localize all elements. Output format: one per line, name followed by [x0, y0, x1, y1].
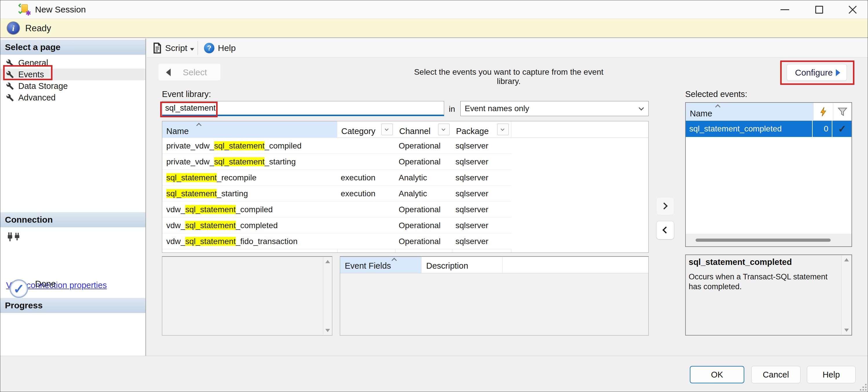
script-icon — [151, 42, 163, 54]
sidebar-item-label: Advanced — [18, 92, 56, 103]
remove-event-button[interactable] — [656, 221, 674, 239]
connect-icon — [7, 232, 22, 243]
help-button-footer[interactable]: Help — [807, 366, 856, 383]
progress-status: Done — [35, 279, 56, 289]
select-back-label: Select — [183, 64, 218, 81]
column-header-name[interactable]: Name — [162, 121, 337, 138]
selected-event-name: sql_statement_completed — [686, 121, 813, 137]
event-detail-empty-panel — [162, 256, 332, 335]
event-description-body: Occurs when a Transact-SQL statement has… — [689, 272, 839, 292]
selected-event-row[interactable]: sql_statement_completed 0 ✓ — [686, 121, 851, 137]
sidebar-item-events[interactable]: Events — [0, 69, 146, 80]
ok-button[interactable]: OK — [690, 366, 744, 383]
scrollbar-thumb[interactable] — [695, 238, 831, 242]
configure-button[interactable]: Configure — [786, 64, 847, 81]
column-header-actions[interactable] — [813, 103, 833, 121]
script-dropdown-arrow[interactable] — [190, 46, 194, 52]
filter-check-icon: ✓ — [833, 121, 851, 137]
forward-arrow-icon — [836, 69, 840, 76]
event-table-header: Name Category Channel Package — [162, 121, 648, 138]
selected-events-label: Selected events: — [685, 90, 747, 99]
column-header-channel[interactable]: Channel — [395, 121, 452, 138]
event-description-panel: sql_statement_completed Occurs when a Tr… — [685, 255, 852, 335]
package-filter-button[interactable] — [497, 124, 509, 135]
minimize-button[interactable] — [772, 1, 798, 18]
table-row[interactable]: vdw_sql_statement_completed Operational … — [162, 218, 648, 233]
instruction-text: Select the events you want to capture fr… — [403, 67, 615, 86]
progress-header: Progress — [0, 298, 146, 313]
resize-grip[interactable] — [859, 383, 867, 391]
connection-header: Connection — [0, 212, 146, 227]
new-session-dialog: ✱ New Session i Ready Select a page Gene… — [0, 0, 868, 392]
app-icon: ✱ — [20, 4, 30, 15]
highlighted-match: sql_statement — [214, 157, 265, 166]
column-header-name[interactable]: Name — [686, 103, 813, 121]
vertical-scrollbar[interactable] — [841, 255, 851, 335]
title-bar: ✱ New Session — [0, 0, 868, 19]
close-button[interactable] — [840, 1, 865, 18]
chevron-down-icon — [501, 127, 504, 131]
wrench-icon — [6, 82, 14, 90]
chevron-down-icon — [441, 127, 445, 131]
table-row[interactable]: sql_statement_starting execution Analyti… — [162, 186, 648, 201]
column-header-description[interactable]: Description — [421, 257, 502, 273]
cancel-button[interactable]: Cancel — [751, 366, 801, 383]
filter-icon — [837, 106, 848, 117]
sidebar-item-data-storage[interactable]: Data Storage — [0, 80, 146, 92]
select-back-button[interactable]: Select — [158, 63, 221, 81]
status-bar: i Ready — [0, 19, 868, 38]
toolbar: Script ? Help — [147, 38, 868, 58]
column-header-category[interactable]: Category — [337, 121, 395, 138]
column-header-event-fields[interactable]: Event Fields — [340, 257, 421, 273]
highlighted-match: sql_statement — [185, 205, 236, 214]
wrench-icon — [6, 71, 14, 78]
channel-filter-button[interactable] — [438, 124, 450, 135]
wrench-icon — [6, 94, 14, 102]
event-description-title: sql_statement_completed — [689, 257, 792, 267]
sidebar: Select a page General Events Data Storag… — [0, 38, 146, 356]
maximize-button[interactable] — [806, 1, 832, 18]
search-scope-select[interactable]: Event names only — [460, 101, 649, 116]
table-row[interactable]: vdw_sql_statement_compiled Operational s… — [162, 201, 648, 218]
sort-ascending-icon — [715, 104, 720, 109]
highlighted-match: sql_statement — [166, 189, 217, 198]
sort-ascending-icon — [196, 123, 202, 128]
add-event-button[interactable] — [656, 197, 674, 215]
configure-label: Configure — [795, 64, 833, 81]
table-row[interactable]: vdw_sql_statement_fido_transaction Opera… — [162, 233, 648, 249]
event-library-label: Event library: — [162, 90, 211, 99]
table-row[interactable]: private_vdw_sql_statement_compiled Opera… — [162, 138, 648, 154]
sidebar-item-advanced[interactable]: Advanced — [0, 92, 146, 103]
sidebar-item-label: Data Storage — [18, 80, 68, 92]
chevron-down-icon — [385, 127, 389, 131]
horizontal-scrollbar[interactable] — [686, 234, 851, 247]
done-icon: ✓ — [9, 280, 28, 298]
scroll-up-icon — [844, 258, 849, 261]
column-header-filler — [502, 257, 648, 273]
sidebar-item-label: General — [18, 57, 48, 69]
sidebar-item-general[interactable]: General — [0, 57, 146, 69]
in-label: in — [449, 104, 455, 114]
chevron-right-icon — [660, 202, 668, 209]
column-header-package[interactable]: Package — [452, 121, 511, 138]
table-row[interactable]: sql_statement_recompile execution Analyt… — [162, 170, 648, 186]
back-arrow-icon — [166, 69, 170, 76]
script-button[interactable]: Script — [165, 38, 187, 58]
scroll-down-icon — [844, 329, 849, 332]
sort-ascending-icon — [392, 258, 397, 263]
event-library-search-input[interactable] — [162, 101, 444, 116]
category-filter-button[interactable] — [381, 124, 393, 135]
info-icon: i — [7, 22, 20, 35]
column-header-filter[interactable] — [833, 103, 851, 121]
selected-events-table: Name sql_statement_completed 0 ✓ — [685, 102, 852, 247]
chevron-down-icon — [639, 105, 644, 110]
toolbar-separator — [197, 41, 198, 55]
help-button[interactable]: Help — [218, 38, 236, 58]
selected-event-action-count: 0 — [813, 121, 832, 137]
lightning-icon — [819, 107, 829, 117]
search-scope-value: Event names only — [465, 101, 529, 116]
vertical-scrollbar[interactable] — [323, 257, 332, 335]
scroll-up-icon — [326, 260, 330, 263]
table-row[interactable]: private_vdw_sql_statement_starting Opera… — [162, 154, 648, 170]
help-icon: ? — [204, 43, 214, 53]
